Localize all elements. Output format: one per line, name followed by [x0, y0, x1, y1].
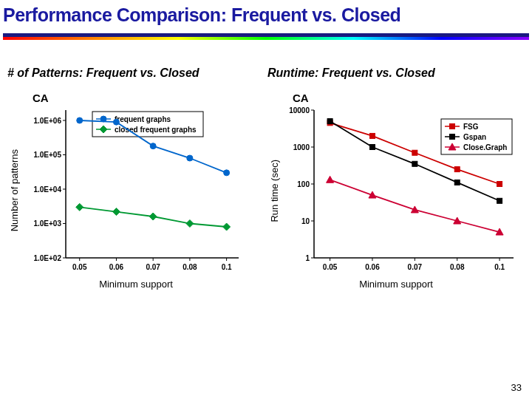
svg-text:1000: 1000 — [293, 143, 310, 151]
right-chart-svg: 1101001000100000.050.060.070.080.1FSGGsp… — [282, 106, 518, 276]
right-dataset-label: CA — [293, 92, 525, 104]
svg-text:closed frequent graphs: closed frequent graphs — [115, 126, 197, 134]
svg-text:0.05: 0.05 — [72, 263, 87, 271]
svg-text:0.07: 0.07 — [146, 263, 160, 271]
left-chart: 1.0E+021.0E+031.0E+041.0E+051.0E+060.050… — [21, 106, 243, 276]
right-chart: 1101001000100000.050.060.070.080.1FSGGsp… — [282, 106, 518, 276]
svg-text:0.1: 0.1 — [494, 263, 505, 271]
left-y-axis-label: Number of patterns — [7, 149, 21, 231]
svg-text:0.1: 0.1 — [222, 263, 232, 271]
svg-text:0.08: 0.08 — [450, 263, 465, 271]
right-x-axis-label: Minimum support — [267, 279, 525, 290]
svg-marker-36 — [149, 213, 157, 220]
svg-text:1: 1 — [305, 254, 310, 262]
svg-point-33 — [224, 170, 230, 176]
svg-marker-34 — [76, 203, 83, 211]
svg-point-30 — [113, 119, 119, 125]
divider-spectrum — [3, 37, 529, 40]
svg-text:0.05: 0.05 — [323, 263, 338, 271]
svg-rect-80 — [497, 198, 502, 203]
left-column: # of Patterns: Frequent vs. Closed CA Nu… — [7, 66, 265, 290]
svg-rect-73 — [412, 150, 417, 155]
svg-point-32 — [187, 155, 193, 161]
svg-text:Gspan: Gspan — [463, 133, 486, 141]
left-x-axis-label: Minimum support — [7, 279, 265, 290]
left-chart-svg: 1.0E+021.0E+031.0E+041.0E+051.0E+060.050… — [21, 106, 243, 276]
svg-rect-74 — [454, 167, 460, 172]
svg-rect-79 — [454, 180, 460, 185]
svg-text:1.0E+05: 1.0E+05 — [33, 151, 61, 159]
svg-rect-66 — [450, 134, 455, 140]
svg-marker-35 — [112, 208, 120, 216]
svg-rect-63 — [450, 124, 455, 129]
svg-rect-75 — [497, 182, 502, 187]
left-dataset-label: CA — [33, 92, 265, 104]
svg-rect-77 — [369, 145, 375, 150]
svg-text:10000: 10000 — [289, 106, 310, 115]
right-section-title: Runtime: Frequent vs. Closed — [267, 66, 525, 80]
content-area: # of Patterns: Frequent vs. Closed CA Nu… — [3, 66, 529, 290]
svg-rect-76 — [327, 119, 332, 124]
left-section-title: # of Patterns: Frequent vs. Closed — [7, 66, 265, 80]
svg-point-29 — [77, 117, 83, 123]
svg-text:0.08: 0.08 — [183, 263, 197, 271]
slide-title: Performance Comparison: Frequent vs. Clo… — [3, 4, 529, 26]
svg-marker-38 — [223, 223, 231, 231]
svg-text:1.0E+03: 1.0E+03 — [33, 219, 61, 228]
svg-text:FSG: FSG — [463, 123, 479, 131]
svg-text:1.0E+02: 1.0E+02 — [33, 254, 61, 262]
svg-text:1.0E+04: 1.0E+04 — [33, 185, 61, 194]
right-y-axis-label: Run time (sec) — [267, 160, 282, 222]
svg-text:0.07: 0.07 — [408, 263, 423, 271]
svg-rect-78 — [412, 161, 417, 166]
svg-marker-37 — [186, 219, 194, 227]
page-number: 33 — [511, 382, 522, 393]
svg-text:0.06: 0.06 — [365, 263, 380, 271]
svg-rect-72 — [369, 133, 375, 138]
svg-point-31 — [150, 143, 156, 149]
svg-text:10: 10 — [301, 217, 310, 225]
svg-text:Close.Graph: Close.Graph — [463, 143, 507, 151]
svg-text:frequent graphs: frequent graphs — [115, 115, 171, 123]
svg-text:100: 100 — [297, 180, 310, 188]
svg-text:1.0E+06: 1.0E+06 — [33, 117, 61, 125]
svg-marker-81 — [327, 176, 334, 183]
right-column: Runtime: Frequent vs. Closed CA Run time… — [267, 66, 525, 290]
svg-text:0.06: 0.06 — [109, 263, 124, 271]
